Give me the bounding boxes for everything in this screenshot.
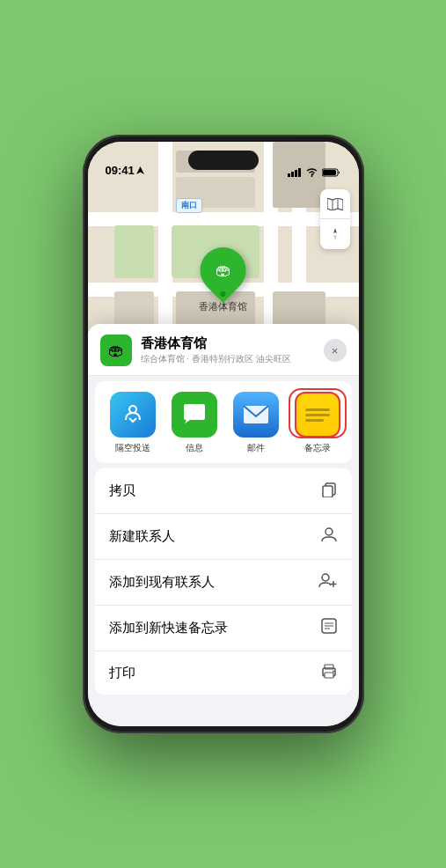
location-subtitle: 综合体育馆 · 香港特别行政区 油尖旺区 [141,353,315,365]
person-add-icon [318,571,338,593]
action-add-to-contact[interactable]: 添加到现有联系人 [95,560,352,606]
location-button[interactable] [320,219,350,249]
svg-rect-3 [295,170,297,177]
battery-icon [322,168,341,177]
pin-dot [221,291,226,297]
compass-icon [329,228,341,240]
action-quick-note[interactable]: 添加到新快速备忘录 [95,606,352,651]
map-type-button[interactable] [320,189,350,219]
add-contact-label: 添加到现有联系人 [109,574,215,591]
airdrop-label: 隔空投送 [115,442,150,454]
svg-marker-11 [333,235,337,240]
stadium-icon: 🏟 [216,261,231,280]
phone-frame: 09:41 [83,135,364,733]
location-icon [136,166,144,174]
signal-icon [288,168,302,177]
wifi-icon [306,168,318,177]
copy-icon [320,480,338,502]
share-notes[interactable]: 备忘录 [292,392,343,454]
messages-label: 信息 [186,442,203,454]
action-copy[interactable]: 拷贝 [95,468,352,514]
close-label: × [332,344,339,357]
svg-point-17 [322,574,329,581]
share-mail[interactable]: 邮件 [230,392,281,454]
time-display: 09:41 [106,164,135,177]
svg-point-12 [129,406,136,413]
action-list: 拷贝 新建联系人 [95,468,352,695]
share-row: 隔空投送 信息 [95,381,352,463]
note-icon [320,617,338,639]
mail-label: 邮件 [247,442,265,454]
svg-point-16 [325,528,333,535]
svg-rect-1 [288,173,290,177]
messages-icon [172,392,217,438]
svg-point-27 [333,671,334,673]
svg-rect-25 [325,673,333,678]
location-pin: 🏟 香港体育馆 [199,247,247,313]
svg-rect-15 [323,486,333,497]
location-header: 🏟 香港体育馆 综合体育馆 · 香港特别行政区 油尖旺区 × [88,324,359,376]
dynamic-island [188,151,259,170]
close-button[interactable]: × [324,339,347,362]
notes-label: 备忘录 [304,442,331,454]
airdrop-icon [110,392,156,438]
nankou-text: 南口 [181,201,197,210]
status-icons [288,168,341,177]
location-card-icon: 🏟 [100,335,132,366]
phone-screen: 09:41 [88,142,359,726]
svg-marker-0 [136,166,144,174]
airdrop-symbol [121,402,145,427]
bottom-sheet: 🏟 香港体育馆 综合体育馆 · 香港特别行政区 油尖旺区 × [88,324,359,726]
person-icon [320,526,338,548]
svg-rect-7 [323,170,336,175]
status-time: 09:41 [106,164,144,177]
printer-icon [320,663,338,683]
location-info: 香港体育馆 综合体育馆 · 香港特别行政区 油尖旺区 [141,335,315,365]
map-label-nankou: 南口 [176,198,202,213]
map-controls [320,189,350,249]
action-new-contact[interactable]: 新建联系人 [95,514,352,560]
messages-symbol [181,402,208,427]
mail-icon [233,392,279,438]
share-messages[interactable]: 信息 [169,392,220,454]
svg-marker-10 [333,228,337,233]
action-print[interactable]: 打印 [95,651,352,695]
copy-label: 拷贝 [109,482,135,499]
share-airdrop[interactable]: 隔空投送 [107,392,158,454]
notes-icon [295,392,340,438]
svg-rect-4 [298,168,301,177]
svg-point-5 [311,175,312,177]
quick-note-label: 添加到新快速备忘录 [109,620,228,636]
map-icon [327,198,343,210]
svg-rect-2 [291,172,294,177]
mail-symbol [243,405,269,424]
location-name: 香港体育馆 [141,335,315,352]
new-contact-label: 新建联系人 [109,528,175,545]
print-label: 打印 [109,665,135,681]
